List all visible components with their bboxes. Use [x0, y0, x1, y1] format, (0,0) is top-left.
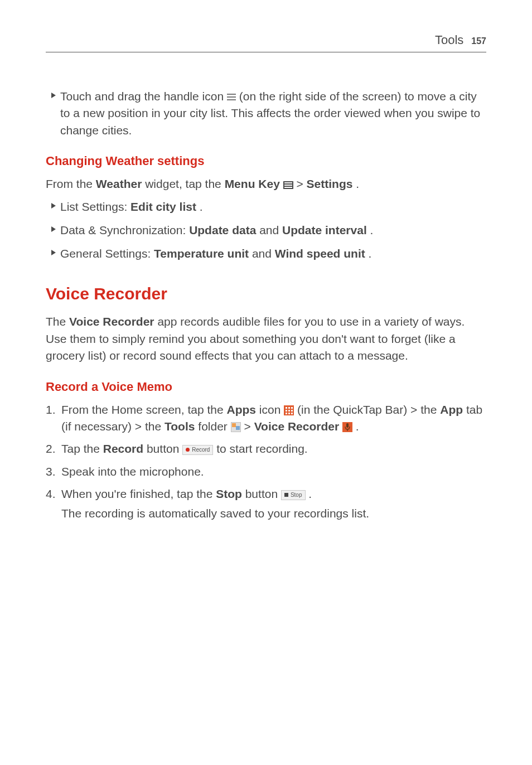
icon-label: Stop — [291, 491, 302, 500]
text: > — [244, 420, 254, 433]
body-text: From the Home screen, tap the Apps icon … — [61, 401, 486, 435]
bold-text: Update data — [189, 224, 256, 236]
text: to start recording. — [216, 442, 307, 455]
record-button-icon: Record — [182, 445, 213, 455]
bold-text: Stop — [216, 487, 242, 500]
weather-intro: From the Weather widget, tap the Menu Ke… — [46, 176, 486, 192]
text: Tap the — [61, 442, 103, 455]
voice-intro: The Voice Recorder app records audible f… — [46, 313, 486, 364]
text: widget, tap the — [145, 177, 224, 190]
bullet-list-settings: List Settings: Edit city list . — [51, 198, 486, 215]
bold-text: Voice Recorder — [69, 315, 154, 328]
body-text: List Settings: Edit city list . — [60, 198, 486, 215]
bold-text: Settings — [307, 177, 353, 190]
bold-text: Update interval — [282, 224, 367, 236]
body-text: Data & Synchronization: Update data and … — [60, 222, 486, 239]
text: Data & Synchronization: — [60, 224, 189, 236]
body-text: General Settings: Temperature unit and W… — [60, 245, 486, 262]
body-text: When you're finished, tap the Stop butto… — [61, 486, 486, 522]
drag-handle-icon — [227, 94, 236, 100]
triangle-bullet-icon — [51, 226, 56, 232]
stop-button-icon: Stop — [281, 490, 306, 500]
page-header: Tools 157 — [46, 31, 486, 52]
text: folder — [198, 420, 230, 433]
svg-rect-0 — [346, 423, 349, 428]
bold-text: Temperature unit — [154, 247, 249, 260]
step-1: 1. From the Home screen, tap the Apps ic… — [46, 401, 486, 435]
body-text: Speak into the microphone. — [61, 463, 486, 480]
bullet-drag-handle: Touch and drag the handle icon (on the r… — [51, 88, 486, 139]
step-number: 4. — [46, 486, 61, 522]
text: and — [259, 224, 282, 236]
bold-text: Apps — [226, 403, 256, 416]
text: and — [252, 247, 275, 260]
text: Touch and drag the handle icon — [60, 90, 227, 103]
text: . — [308, 487, 312, 500]
voice-recorder-icon — [342, 422, 352, 432]
text: . — [369, 247, 372, 260]
triangle-bullet-icon — [51, 250, 56, 255]
bold-text: Edit city list — [130, 200, 196, 213]
icon-label: Record — [192, 446, 210, 454]
step-4: 4. When you're finished, tap the Stop bu… — [46, 486, 486, 522]
bold-text: Weather — [96, 177, 142, 190]
text: From the — [46, 177, 96, 190]
body-text: Tap the Record button Record to start re… — [61, 440, 486, 457]
step-2: 2. Tap the Record button Record to start… — [46, 440, 486, 457]
text: button — [147, 442, 182, 455]
text: From the Home screen, tap the — [61, 403, 226, 416]
text: button — [245, 487, 281, 500]
bold-text: Voice Recorder — [254, 420, 342, 433]
step-number: 3. — [46, 463, 61, 480]
document-page: Tools 157 Touch and drag the handle icon… — [0, 0, 532, 522]
text: List Settings: — [60, 200, 130, 213]
menu-key-icon — [283, 181, 293, 189]
step-number: 1. — [46, 401, 61, 435]
bullet-general-settings: General Settings: Temperature unit and W… — [51, 245, 486, 262]
text: . — [356, 177, 359, 190]
text: . — [370, 224, 374, 236]
tools-folder-icon — [231, 422, 241, 432]
triangle-bullet-icon — [51, 93, 56, 98]
text: The recording is automatically saved to … — [61, 505, 486, 522]
text: . — [200, 200, 203, 213]
header-page-number: 157 — [471, 35, 486, 47]
text: icon — [259, 403, 284, 416]
text: > — [297, 177, 307, 190]
triangle-bullet-icon — [51, 203, 56, 209]
text: The — [46, 315, 69, 328]
bold-text: Wind speed unit — [275, 247, 365, 260]
subheading-weather-settings: Changing Weather settings — [46, 152, 486, 170]
bullet-data-sync: Data & Synchronization: Update data and … — [51, 222, 486, 239]
subheading-record-memo: Record a Voice Memo — [46, 378, 486, 396]
bold-text: Record — [103, 442, 143, 455]
step-3: 3. Speak into the microphone. — [46, 463, 486, 480]
text: . — [356, 420, 359, 433]
text: General Settings: — [60, 247, 154, 260]
body-text: Touch and drag the handle icon (on the r… — [60, 88, 486, 139]
bold-text: Menu Key — [225, 177, 283, 190]
step-number: 2. — [46, 440, 61, 457]
text: (in the QuickTap Bar) > the — [297, 403, 440, 416]
header-section-title: Tools — [435, 31, 463, 49]
text: When you're finished, tap the — [61, 487, 216, 500]
bold-text: App — [440, 403, 463, 416]
heading-voice-recorder: Voice Recorder — [46, 282, 486, 306]
bold-text: Tools — [165, 420, 195, 433]
apps-icon — [284, 405, 294, 415]
